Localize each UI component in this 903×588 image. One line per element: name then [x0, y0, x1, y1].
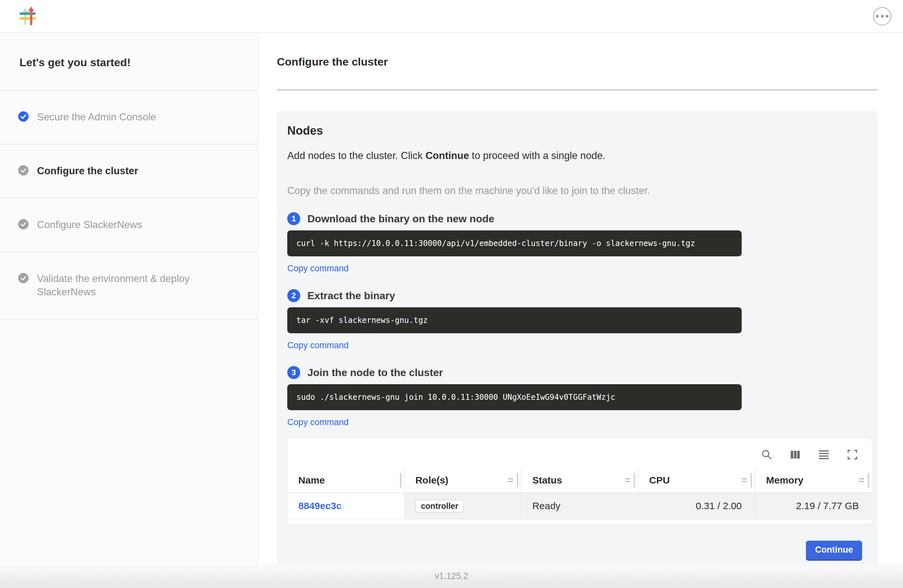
column-header-label: Memory — [766, 475, 803, 486]
density-icon[interactable] — [817, 448, 830, 461]
nodes-description-text: Add nodes to the cluster. Click — [287, 150, 426, 161]
sidebar-step-label: Configure SlackerNews — [37, 219, 142, 232]
node-name-link[interactable]: 8849ec3c — [298, 500, 341, 511]
nodes-description-text: to proceed with a single node. — [469, 150, 606, 161]
node-name-cell: 8849ec3c — [287, 493, 404, 519]
check-circle-complete-icon — [18, 111, 28, 122]
command-code-block: sudo ./slackernews-gnu join 10.0.0.11:30… — [287, 384, 742, 410]
column-resize-handle[interactable] — [400, 473, 401, 488]
sidebar-step-configure-cluster[interactable]: Configure the cluster — [0, 145, 258, 198]
sidebar-step-label: Configure the cluster — [37, 165, 138, 178]
sidebar-step-label: Validate the environment & deploy Slacke… — [37, 272, 239, 299]
role-chip: controller — [415, 500, 464, 513]
copy-command-link[interactable]: Copy command — [287, 264, 349, 274]
drag-handle-icon[interactable]: = — [625, 475, 631, 485]
step-number-badge: 1 — [287, 212, 300, 225]
nodes-table: Name Role(s) = Status = — [287, 468, 872, 519]
page-title: Configure the cluster — [277, 55, 878, 68]
column-header-roles[interactable]: Role(s) = — [404, 468, 521, 493]
node-cpu-cell: 0.31 / 2.00 — [638, 493, 755, 519]
join-step-3: 3 Join the node to the cluster sudo ./sl… — [287, 366, 862, 428]
table-row: 8849ec3c controller Ready 0.31 / 2.00 2.… — [287, 493, 872, 519]
command-code-block: curl -k https://10.0.0.11:30000/api/v1/e… — [287, 230, 742, 256]
column-header-memory[interactable]: Memory = — [755, 468, 872, 493]
more-options-button[interactable] — [873, 7, 891, 25]
drag-handle-icon[interactable]: = — [742, 475, 747, 485]
step-number-badge: 3 — [287, 366, 300, 379]
join-step-1: 1 Download the binary on the new node cu… — [287, 212, 862, 274]
column-header-label: Status — [532, 475, 562, 486]
column-header-label: Role(s) — [415, 475, 448, 486]
continue-button[interactable]: Continue — [806, 541, 862, 560]
column-resize-handle[interactable] — [750, 473, 752, 488]
ellipsis-circle-icon — [876, 15, 879, 17]
column-header-name[interactable]: Name — [287, 468, 404, 493]
fullscreen-icon[interactable] — [846, 448, 859, 461]
admin-console-app: Let's get you started! Secure the Admin … — [0, 0, 903, 588]
nodes-table-card: Name Role(s) = Status = — [287, 439, 872, 524]
version-label: v1.125.2 — [435, 571, 468, 581]
copy-command-link[interactable]: Copy command — [287, 417, 349, 428]
step-title: Extract the binary — [307, 290, 395, 302]
node-roles-cell: controller — [404, 493, 521, 519]
page-footer: v1.125.2 — [0, 564, 903, 588]
check-circle-pending-icon — [18, 165, 28, 176]
node-memory-cell: 2.19 / 7.77 GB — [755, 493, 872, 519]
join-hint-text: Copy the commands and run them on the ma… — [287, 185, 862, 197]
column-resize-handle[interactable] — [634, 473, 635, 488]
sidebar-step-validate-deploy[interactable]: Validate the environment & deploy Slacke… — [0, 252, 258, 319]
nodes-description: Add nodes to the cluster. Click Continue… — [287, 150, 862, 162]
check-circle-pending-icon — [18, 219, 28, 230]
column-header-cpu[interactable]: CPU = — [638, 468, 755, 493]
column-header-label: Name — [298, 475, 325, 486]
step-title: Download the binary on the new node — [307, 213, 494, 225]
drag-handle-icon[interactable]: = — [859, 475, 864, 485]
ellipsis-circle-icon — [886, 15, 889, 17]
table-header-row: Name Role(s) = Status = — [287, 468, 872, 493]
top-bar — [0, 0, 903, 33]
nodes-description-bold: Continue — [426, 150, 469, 161]
sidebar-step-configure-slackernews[interactable]: Configure SlackerNews — [0, 198, 258, 252]
column-resize-handle[interactable] — [868, 473, 869, 488]
search-icon[interactable] — [760, 448, 773, 461]
step-number-badge: 2 — [287, 289, 300, 302]
command-code-block: tar -xvf slackernews-gnu.tgz — [287, 307, 742, 333]
ellipsis-circle-icon — [881, 15, 884, 17]
join-step-2: 2 Extract the binary tar -xvf slackernew… — [287, 289, 862, 351]
copy-command-link[interactable]: Copy command — [287, 340, 349, 351]
nodes-card-title: Nodes — [287, 124, 862, 138]
node-status-cell: Ready — [521, 493, 638, 519]
columns-icon[interactable] — [789, 448, 802, 461]
title-divider — [277, 90, 878, 90]
column-header-label: CPU — [649, 475, 670, 486]
setup-steps-sidebar: Let's get you started! Secure the Admin … — [0, 33, 258, 564]
slackernews-logo-icon — [19, 6, 37, 26]
table-toolbar — [287, 439, 872, 468]
sidebar-step-secure-admin-console[interactable]: Secure the Admin Console — [0, 91, 258, 145]
sidebar-title: Let's get you started! — [0, 33, 258, 91]
check-circle-pending-icon — [18, 273, 28, 283]
step-title: Join the node to the cluster — [307, 367, 443, 379]
nodes-card: Nodes Add nodes to the cluster. Click Co… — [277, 111, 878, 564]
main-content: Configure the cluster Nodes Add nodes to… — [258, 33, 903, 564]
sidebar-step-label: Secure the Admin Console — [37, 111, 156, 124]
column-resize-handle[interactable] — [517, 473, 518, 488]
column-header-status[interactable]: Status = — [521, 468, 638, 493]
drag-handle-icon[interactable]: = — [508, 475, 513, 485]
